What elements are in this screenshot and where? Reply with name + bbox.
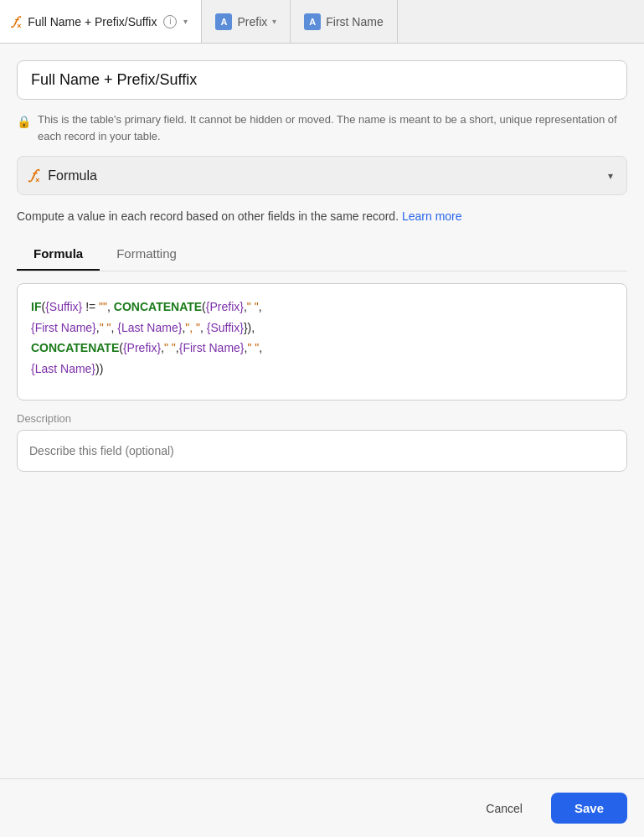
lock-icon: 🔒 [17,113,31,131]
field-prefix-1: {Prefix} [206,300,244,313]
description-input[interactable] [17,430,627,472]
tab-first-name-label: First Name [326,15,383,28]
tab-bar: 𝑓× Full Name + Prefix/Suffix i ▾ A Prefi… [0,0,644,44]
tab-formatting[interactable]: Formatting [100,238,193,271]
type-selector-fx-icon: 𝑓× [31,167,39,184]
kw-if: IF [31,300,41,313]
type-selector-arrow: ▾ [608,170,613,182]
field-prefix-2: {Prefix} [123,341,161,354]
kw-concat-1: CONCATENATE [114,300,202,313]
str-space-4: " " [247,341,259,354]
tab-prefix[interactable]: A Prefix ▾ [202,0,291,43]
str-empty: "" [99,300,107,313]
compute-description: Compute a value in each record based on … [17,207,627,225]
learn-more-link[interactable]: Learn more [402,209,462,223]
str-space-2: " " [100,321,111,334]
field-name-input[interactable] [17,60,627,100]
save-button[interactable]: Save [551,793,627,824]
field-suffix-2: {Suffix} [207,321,244,334]
info-icon[interactable]: i [163,15,177,28]
kw-concat-2: CONCATENATE [31,341,119,354]
tab-prefix-arrow[interactable]: ▾ [272,17,276,26]
cancel-button[interactable]: Cancel [467,793,541,824]
type-selector-label: Formula [48,168,600,183]
tab-active-full-name[interactable]: 𝑓× Full Name + Prefix/Suffix i ▾ [0,0,202,43]
active-tab-dropdown-arrow[interactable]: ▾ [183,17,188,26]
action-bar: Cancel Save [0,778,644,837]
sub-tabs: Formula Formatting [17,238,627,271]
str-comma: ", " [185,321,200,334]
tab-prefix-icon: A [215,13,232,30]
main-panel: 🔒 This is the table's primary field. It … [0,44,644,778]
field-last-name-1: {Last Name} [117,321,182,334]
tab-first-name[interactable]: A First Name [291,0,397,43]
field-suffix: {Suffix} [45,300,82,313]
fx-icon: 𝑓× [13,13,21,30]
str-space-1: " " [247,300,259,313]
type-selector[interactable]: 𝑓× Formula ▾ [17,156,627,195]
info-text: This is the table's primary field. It ca… [38,111,627,144]
field-first-name-2: {First Name} [179,341,245,354]
field-last-name-2: {Last Name} [31,362,95,375]
tab-prefix-label: Prefix [237,15,267,28]
info-text-block: 🔒 This is the table's primary field. It … [17,111,627,144]
compute-desc-text: Compute a value in each record based on … [17,209,399,223]
description-label: Description [17,412,627,425]
formula-editor[interactable]: IF({Suffix} != "", CONCATENATE({Prefix},… [17,283,627,400]
field-first-name-1: {First Name} [31,321,96,334]
str-space-3: " " [164,341,176,354]
tab-formula[interactable]: Formula [17,238,100,271]
description-section: Description [17,412,627,472]
active-tab-label: Full Name + Prefix/Suffix [28,15,157,28]
tab-first-name-icon: A [304,13,321,30]
